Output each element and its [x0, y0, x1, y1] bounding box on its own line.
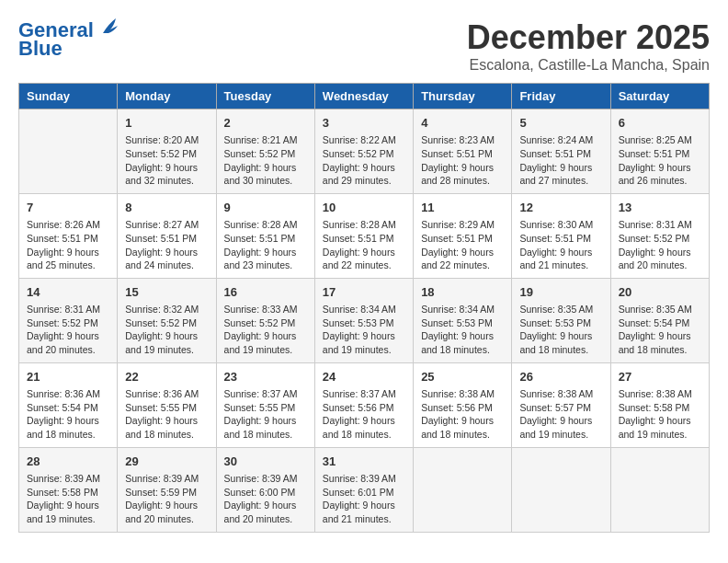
- header-wednesday: Wednesday: [314, 84, 413, 109]
- day-number: 9: [224, 200, 307, 216]
- day-number: 22: [125, 369, 208, 385]
- calendar-cell: 15Sunrise: 8:32 AMSunset: 5:52 PMDayligh…: [118, 278, 216, 362]
- calendar-cell: 8Sunrise: 8:27 AMSunset: 5:51 PMDaylight…: [118, 193, 216, 278]
- logo-bird-icon: [101, 17, 118, 37]
- month-title: December 2025: [467, 18, 710, 57]
- calendar-cell: 14Sunrise: 8:31 AMSunset: 5:52 PMDayligh…: [19, 278, 118, 362]
- day-info: Sunrise: 8:31 AMSunset: 5:52 PMDaylight:…: [619, 218, 701, 272]
- calendar-cell: 20Sunrise: 8:35 AMSunset: 5:54 PMDayligh…: [610, 278, 709, 362]
- day-number: 19: [519, 284, 602, 301]
- day-number: 17: [323, 284, 405, 301]
- logo: General Blue: [18, 18, 118, 60]
- calendar-cell: 31Sunrise: 8:39 AMSunset: 6:01 PMDayligh…: [314, 447, 413, 532]
- day-info: Sunrise: 8:36 AMSunset: 5:54 PMDaylight:…: [27, 387, 109, 442]
- calendar-cell: [414, 447, 512, 532]
- day-info: Sunrise: 8:23 AMSunset: 5:51 PMDaylight:…: [421, 133, 504, 188]
- day-number: 15: [125, 284, 208, 301]
- week-row-1: 1Sunrise: 8:20 AMSunset: 5:52 PMDaylight…: [19, 109, 710, 194]
- day-info: Sunrise: 8:37 AMSunset: 5:55 PMDaylight:…: [224, 387, 307, 442]
- calendar-cell: 3Sunrise: 8:22 AMSunset: 5:52 PMDaylight…: [314, 109, 413, 194]
- day-number: 27: [619, 369, 701, 385]
- week-row-5: 28Sunrise: 8:39 AMSunset: 5:58 PMDayligh…: [19, 447, 710, 532]
- day-number: 1: [125, 115, 208, 132]
- day-info: Sunrise: 8:22 AMSunset: 5:52 PMDaylight:…: [323, 133, 405, 188]
- calendar-cell: 19Sunrise: 8:35 AMSunset: 5:53 PMDayligh…: [512, 278, 610, 362]
- calendar-cell: 29Sunrise: 8:39 AMSunset: 5:59 PMDayligh…: [118, 447, 216, 532]
- day-info: Sunrise: 8:24 AMSunset: 5:51 PMDaylight:…: [519, 133, 602, 188]
- calendar-cell: 23Sunrise: 8:37 AMSunset: 5:55 PMDayligh…: [216, 362, 314, 447]
- day-number: 10: [323, 200, 405, 216]
- day-number: 8: [125, 200, 208, 216]
- calendar-cell: 13Sunrise: 8:31 AMSunset: 5:52 PMDayligh…: [610, 193, 709, 278]
- header-tuesday: Tuesday: [216, 84, 314, 109]
- day-number: 24: [323, 369, 405, 385]
- day-number: 23: [224, 369, 307, 385]
- calendar-cell: 10Sunrise: 8:28 AMSunset: 5:51 PMDayligh…: [314, 193, 413, 278]
- calendar-cell: 27Sunrise: 8:38 AMSunset: 5:58 PMDayligh…: [610, 362, 709, 447]
- day-info: Sunrise: 8:38 AMSunset: 5:57 PMDaylight:…: [519, 387, 602, 442]
- calendar-cell: 12Sunrise: 8:30 AMSunset: 5:51 PMDayligh…: [512, 193, 610, 278]
- day-info: Sunrise: 8:21 AMSunset: 5:52 PMDaylight:…: [224, 133, 307, 188]
- location-subtitle: Escalona, Castille-La Mancha, Spain: [467, 57, 710, 74]
- day-number: 14: [27, 284, 109, 301]
- day-info: Sunrise: 8:35 AMSunset: 5:53 PMDaylight:…: [519, 303, 602, 357]
- calendar-cell: 16Sunrise: 8:33 AMSunset: 5:52 PMDayligh…: [216, 278, 314, 362]
- calendar-header-row: SundayMondayTuesdayWednesdayThursdayFrid…: [19, 84, 710, 109]
- day-info: Sunrise: 8:36 AMSunset: 5:55 PMDaylight:…: [125, 387, 208, 442]
- calendar-cell: 25Sunrise: 8:38 AMSunset: 5:56 PMDayligh…: [414, 362, 512, 447]
- day-info: Sunrise: 8:20 AMSunset: 5:52 PMDaylight:…: [125, 133, 208, 188]
- day-number: 11: [421, 200, 504, 216]
- day-info: Sunrise: 8:35 AMSunset: 5:54 PMDaylight:…: [619, 303, 701, 357]
- header-sunday: Sunday: [19, 84, 118, 109]
- day-number: 4: [421, 115, 504, 132]
- calendar-cell: 6Sunrise: 8:25 AMSunset: 5:51 PMDaylight…: [610, 109, 709, 194]
- calendar-cell: 7Sunrise: 8:26 AMSunset: 5:51 PMDaylight…: [19, 193, 118, 278]
- calendar-cell: 21Sunrise: 8:36 AMSunset: 5:54 PMDayligh…: [19, 362, 118, 447]
- header-saturday: Saturday: [610, 84, 709, 109]
- calendar-cell: 30Sunrise: 8:39 AMSunset: 6:00 PMDayligh…: [216, 447, 314, 532]
- day-info: Sunrise: 8:37 AMSunset: 5:56 PMDaylight:…: [323, 387, 405, 442]
- day-info: Sunrise: 8:39 AMSunset: 6:00 PMDaylight:…: [224, 472, 307, 526]
- page-header: General Blue December 2025 Escalona, Cas…: [18, 18, 710, 74]
- day-number: 2: [224, 115, 307, 132]
- calendar-cell: [19, 109, 118, 194]
- week-row-3: 14Sunrise: 8:31 AMSunset: 5:52 PMDayligh…: [19, 278, 710, 362]
- header-thursday: Thursday: [414, 84, 512, 109]
- day-number: 3: [323, 115, 405, 132]
- day-number: 28: [27, 454, 109, 470]
- calendar-table: SundayMondayTuesdayWednesdayThursdayFrid…: [18, 83, 710, 533]
- calendar-cell: 18Sunrise: 8:34 AMSunset: 5:53 PMDayligh…: [414, 278, 512, 362]
- day-number: 21: [27, 369, 109, 385]
- day-number: 20: [619, 284, 701, 301]
- day-number: 26: [519, 369, 602, 385]
- calendar-cell: 5Sunrise: 8:24 AMSunset: 5:51 PMDaylight…: [512, 109, 610, 194]
- day-number: 30: [224, 454, 307, 470]
- day-number: 7: [27, 200, 109, 216]
- calendar-cell: 28Sunrise: 8:39 AMSunset: 5:58 PMDayligh…: [19, 447, 118, 532]
- day-number: 16: [224, 284, 307, 301]
- day-info: Sunrise: 8:34 AMSunset: 5:53 PMDaylight:…: [323, 303, 405, 357]
- week-row-4: 21Sunrise: 8:36 AMSunset: 5:54 PMDayligh…: [19, 362, 710, 447]
- day-info: Sunrise: 8:29 AMSunset: 5:51 PMDaylight:…: [421, 218, 504, 272]
- day-info: Sunrise: 8:28 AMSunset: 5:51 PMDaylight:…: [323, 218, 405, 272]
- calendar-cell: [512, 447, 610, 532]
- calendar-cell: 17Sunrise: 8:34 AMSunset: 5:53 PMDayligh…: [314, 278, 413, 362]
- calendar-cell: 4Sunrise: 8:23 AMSunset: 5:51 PMDaylight…: [414, 109, 512, 194]
- calendar-cell: [610, 447, 709, 532]
- title-block: December 2025 Escalona, Castille-La Manc…: [467, 18, 710, 74]
- day-info: Sunrise: 8:39 AMSunset: 5:58 PMDaylight:…: [27, 472, 109, 526]
- day-info: Sunrise: 8:38 AMSunset: 5:58 PMDaylight:…: [619, 387, 701, 442]
- day-number: 29: [125, 454, 208, 470]
- calendar-cell: 9Sunrise: 8:28 AMSunset: 5:51 PMDaylight…: [216, 193, 314, 278]
- day-number: 6: [619, 115, 701, 132]
- day-info: Sunrise: 8:32 AMSunset: 5:52 PMDaylight:…: [125, 303, 208, 357]
- day-info: Sunrise: 8:31 AMSunset: 5:52 PMDaylight:…: [27, 303, 109, 357]
- calendar-cell: 1Sunrise: 8:20 AMSunset: 5:52 PMDaylight…: [118, 109, 216, 194]
- day-info: Sunrise: 8:39 AMSunset: 6:01 PMDaylight:…: [323, 472, 405, 526]
- day-number: 18: [421, 284, 504, 301]
- day-info: Sunrise: 8:26 AMSunset: 5:51 PMDaylight:…: [27, 218, 109, 272]
- header-friday: Friday: [512, 84, 610, 109]
- calendar-cell: 26Sunrise: 8:38 AMSunset: 5:57 PMDayligh…: [512, 362, 610, 447]
- calendar-cell: 22Sunrise: 8:36 AMSunset: 5:55 PMDayligh…: [118, 362, 216, 447]
- day-info: Sunrise: 8:39 AMSunset: 5:59 PMDaylight:…: [125, 472, 208, 526]
